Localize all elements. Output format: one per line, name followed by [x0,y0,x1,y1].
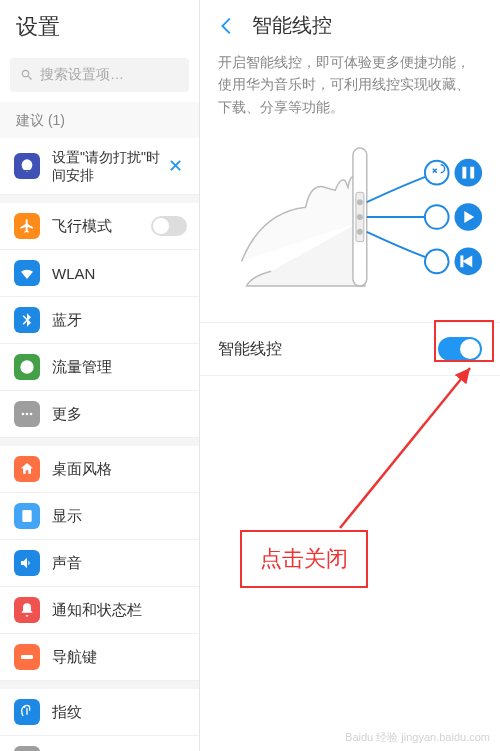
nav-icon [14,644,40,670]
more-icon [14,401,40,427]
bluetooth-icon [14,307,40,333]
svg-point-16 [425,250,449,274]
item-label: 声音 [52,554,187,573]
data-icon [14,354,40,380]
sidebar-item-airplane[interactable]: 飞行模式 [0,203,199,250]
display-icon [14,503,40,529]
svg-rect-13 [470,167,474,179]
lock-icon [14,746,40,751]
suggestion-item[interactable]: 设置"请勿打扰"时间安排 ✕ [0,138,199,195]
item-label: 导航键 [52,648,187,667]
suggestion-header: 建议 (1) [0,102,199,138]
svg-line-19 [340,368,470,528]
settings-title: 设置 [0,0,199,52]
fingerprint-icon [14,699,40,725]
divider [0,195,199,203]
airplane-icon [14,213,40,239]
item-label: 飞行模式 [52,217,151,236]
sidebar-item-notification[interactable]: 通知和状态栏 [0,587,199,634]
suggestion-label: 设置"请勿打扰"时间安排 [52,148,164,184]
sidebar-item-display[interactable]: 显示 [0,493,199,540]
home-icon [14,456,40,482]
svg-rect-4 [21,655,33,659]
search-placeholder: 搜索设置项… [40,66,124,84]
item-label: 指纹 [52,703,187,722]
svg-rect-18 [460,256,463,268]
settings-sidebar: 设置 搜索设置项… 建议 (1) 设置"请勿打扰"时间安排 ✕ 飞行模式 WLA… [0,0,200,751]
item-label: 蓝牙 [52,311,187,330]
sidebar-item-wlan[interactable]: WLAN [0,250,199,297]
detail-panel: 智能线控 开启智能线控，即可体验更多便捷功能，使用华为音乐时，可利用线控实现收藏… [200,0,500,751]
sidebar-item-sound[interactable]: 声音 [0,540,199,587]
item-label: 通知和状态栏 [52,601,187,620]
sidebar-item-lock[interactable]: 锁屏和密码 [0,736,199,751]
item-label: 更多 [52,405,187,424]
annotation-text: 点击关闭 [240,530,368,588]
back-icon[interactable] [216,15,238,37]
wifi-icon [14,260,40,286]
sidebar-item-nav[interactable]: 导航键 [0,634,199,681]
svg-point-14 [425,205,449,229]
sidebar-item-home-style[interactable]: 桌面风格 [0,446,199,493]
sidebar-item-fingerprint[interactable]: 指纹 [0,689,199,736]
svg-point-1 [26,413,29,416]
annotation-highlight-box [434,320,494,362]
detail-header: 智能线控 [200,0,500,51]
svg-rect-12 [462,167,466,179]
toggle-label: 智能线控 [218,339,282,360]
divider [0,438,199,446]
svg-point-0 [22,413,25,416]
svg-point-11 [454,159,482,187]
sound-icon [14,550,40,576]
svg-rect-3 [22,510,31,522]
item-label: WLAN [52,265,187,282]
detail-title: 智能线控 [252,12,332,39]
search-input[interactable]: 搜索设置项… [10,58,189,92]
svg-point-9 [357,229,363,235]
search-icon [20,68,34,82]
airplane-toggle[interactable] [151,216,187,236]
sidebar-item-bluetooth[interactable]: 蓝牙 [0,297,199,344]
svg-point-8 [357,214,363,220]
item-label: 流量管理 [52,358,187,377]
watermark: Baidu 经验 jingyan.baidu.com [345,730,490,745]
item-label: 桌面风格 [52,460,187,479]
close-icon[interactable]: ✕ [164,155,187,177]
detail-description: 开启智能线控，即可体验更多便捷功能，使用华为音乐时，可利用线控实现收藏、下载、分… [200,51,500,132]
sidebar-item-data[interactable]: 流量管理 [0,344,199,391]
notification-icon [14,597,40,623]
dnd-icon [14,153,40,179]
sidebar-item-more[interactable]: 更多 [0,391,199,438]
headset-illustration [212,132,488,302]
annotation-arrow [330,358,480,538]
item-label: 显示 [52,507,187,526]
svg-point-2 [30,413,33,416]
divider [0,681,199,689]
svg-point-7 [357,199,363,205]
settings-list: 飞行模式 WLAN 蓝牙 流量管理 更多 桌面风格 [0,203,199,751]
